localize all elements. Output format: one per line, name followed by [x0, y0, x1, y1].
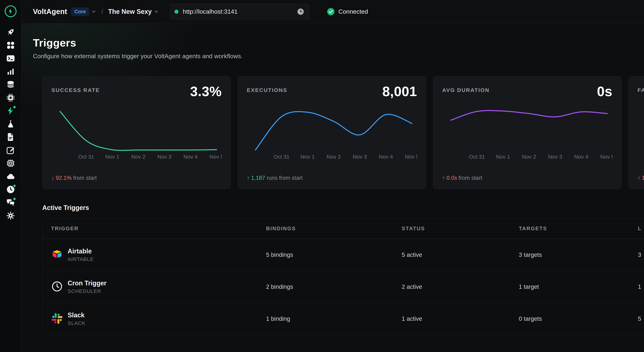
cell-bindings: 1 binding — [258, 315, 393, 322]
svg-text:Nov 4: Nov 4 — [184, 154, 198, 160]
column-header: TARGETS — [510, 226, 629, 231]
voltagent-logo-icon[interactable] — [5, 5, 16, 17]
svg-text:Nov 2: Nov 2 — [522, 154, 536, 160]
apps-grid-icon — [6, 41, 15, 50]
notification-dot — [12, 197, 16, 201]
core-version-badge[interactable]: Core — [71, 7, 89, 16]
cell-bindings: 2 bindings — [258, 283, 393, 290]
bar-chart-icon — [6, 67, 15, 76]
project-name: The New Sexy — [108, 8, 152, 15]
cell-status: 5 active — [393, 251, 510, 258]
section-title: Active Triggers — [42, 204, 644, 211]
page-subtitle: Configure how external systems trigger y… — [33, 53, 644, 60]
server-url-input[interactable]: http://localhost:3141 — [170, 4, 309, 19]
sidebar — [0, 0, 22, 352]
connection-status: Connected — [327, 8, 368, 16]
project-switcher[interactable]: The New Sexy — [108, 8, 159, 15]
change-arrow-and-value: ↑ 1 — [638, 175, 644, 181]
cell-last: 5 — [629, 315, 644, 322]
cloud-icon — [6, 172, 15, 181]
executions-chart: Oct 31Nov 1Nov 2Nov 3Nov 4Nov 5 — [247, 103, 417, 161]
connection-status-label: Connected — [338, 8, 368, 15]
sidebar-item-bolt[interactable] — [4, 104, 17, 117]
compose-icon — [6, 146, 15, 155]
svg-text:Nov 5: Nov 5 — [405, 154, 417, 160]
chevron-down-icon — [154, 9, 159, 14]
svg-text:Oct 31: Oct 31 — [469, 154, 485, 160]
notification-dot — [12, 184, 16, 188]
sidebar-nav — [4, 25, 17, 222]
avg-duration-chart: Oct 31Nov 1Nov 2Nov 3Nov 4Nov 5 — [442, 103, 613, 161]
stat-card-success-rate: SUCCESS RATE 3.3% Oct 31Nov 1Nov 2Nov 3N… — [42, 76, 231, 189]
svg-text:Nov 2: Nov 2 — [327, 154, 341, 160]
document-icon — [6, 132, 15, 142]
cell-last: 3 — [629, 251, 644, 258]
svg-text:Nov 1: Nov 1 — [300, 154, 314, 160]
sidebar-item-settings[interactable] — [4, 209, 17, 222]
sidebar-item-apps-grid[interactable] — [4, 39, 17, 52]
stat-value: 0s — [597, 85, 612, 98]
stat-card-executions: EXECUTIONS 8,001 Oct 31Nov 1Nov 2Nov 3No… — [238, 76, 426, 189]
stat-change: ↑ 0.0s from start — [442, 175, 482, 181]
cell-status: 1 active — [393, 315, 510, 322]
trigger-cell: Airtable AIRTABLE — [42, 247, 258, 262]
column-header: L — [629, 226, 644, 231]
table-row[interactable]: Cron Trigger SCHEDULER 2 bindings 2 acti… — [42, 271, 644, 303]
topbar: VoltAgent Core / The New Sexy http://loc… — [22, 0, 644, 23]
sidebar-item-terminal[interactable] — [4, 52, 17, 65]
table-row[interactable]: Slack SLACK 1 binding 1 active 0 targets… — [42, 303, 644, 335]
table-header-row: TRIGGERBINDINGSSTATUSTARGETSL — [42, 218, 644, 239]
svg-text:Nov 1: Nov 1 — [496, 154, 510, 160]
change-arrow-and-value: ↑ 1,187 — [247, 175, 265, 181]
svg-text:Nov 4: Nov 4 — [574, 154, 588, 160]
svg-text:Nov 3: Nov 3 — [158, 154, 172, 160]
stat-change: ↑ 1,187 runs from start — [247, 175, 302, 181]
stat-change: ↑ 1 — [638, 175, 644, 181]
slack-logo-icon — [51, 313, 63, 325]
svg-text:Nov 2: Nov 2 — [131, 154, 145, 160]
stat-card-avg-duration: AVG DURATION 0s Oct 31Nov 1Nov 2Nov 3Nov… — [433, 76, 622, 189]
change-suffix: runs from start — [266, 175, 302, 181]
svg-text:Nov 4: Nov 4 — [379, 154, 393, 160]
page-title: Triggers — [33, 37, 644, 49]
sidebar-item-cloud[interactable] — [4, 170, 17, 183]
stat-label: EXECUTIONS — [247, 87, 287, 93]
trigger-cell: Slack SLACK — [42, 311, 258, 326]
terminal-icon — [6, 54, 15, 63]
stat-cards-row: SUCCESS RATE 3.3% Oct 31Nov 1Nov 2Nov 3N… — [42, 76, 644, 189]
stat-value: 3.3% — [190, 85, 222, 98]
svg-text:Nov 3: Nov 3 — [353, 154, 367, 160]
chevron-down-icon[interactable] — [91, 9, 96, 14]
stat-change: ↓ 92.1% from start — [52, 175, 97, 181]
sidebar-item-flask[interactable] — [4, 117, 17, 130]
svg-text:Nov 1: Nov 1 — [105, 154, 119, 160]
sidebar-item-chip[interactable] — [4, 157, 17, 170]
history-clock-icon[interactable] — [297, 8, 304, 15]
sidebar-item-compose[interactable] — [4, 144, 17, 157]
sidebar-item-clock[interactable] — [4, 183, 17, 196]
stat-value: 8,001 — [382, 85, 417, 98]
trigger-type: SCHEDULER — [68, 288, 106, 294]
status-dot-icon — [174, 10, 178, 14]
sidebar-item-chat[interactable] — [4, 196, 17, 209]
column-header: BINDINGS — [258, 226, 393, 231]
svg-text:Oct 31: Oct 31 — [274, 154, 290, 160]
column-header: STATUS — [393, 226, 510, 231]
sidebar-item-document[interactable] — [4, 130, 17, 144]
cell-targets: 0 targets — [510, 315, 629, 322]
clock-outline-icon — [51, 281, 63, 293]
sidebar-item-database[interactable] — [4, 78, 17, 91]
content: Triggers Configure how external systems … — [22, 23, 644, 352]
sidebar-item-bar-chart[interactable] — [4, 65, 17, 78]
cell-bindings: 5 bindings — [258, 251, 393, 258]
breadcrumb-separator: / — [101, 8, 103, 15]
sidebar-item-rocket[interactable] — [4, 25, 17, 39]
stat-label: SUCCESS RATE — [52, 87, 100, 93]
svg-text:Nov 5: Nov 5 — [600, 154, 613, 160]
svg-text:Nov 5: Nov 5 — [210, 154, 222, 160]
server-url-value: http://localhost:3141 — [183, 8, 297, 15]
sidebar-item-cpu[interactable] — [4, 91, 17, 104]
app-root: VoltAgent Core / The New Sexy http://loc… — [0, 0, 644, 352]
table-row[interactable]: Airtable AIRTABLE 5 bindings 5 active 3 … — [42, 239, 644, 271]
trigger-type: AIRTABLE — [68, 256, 94, 262]
